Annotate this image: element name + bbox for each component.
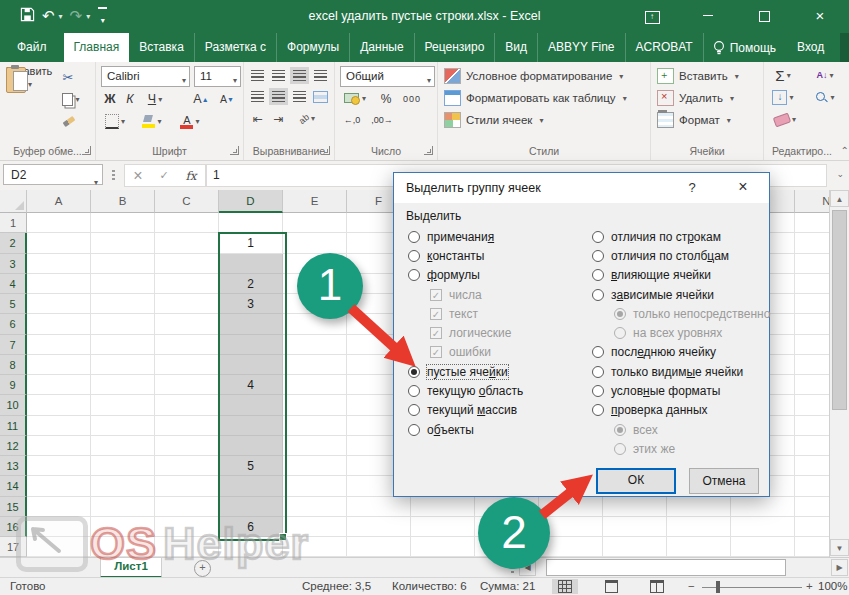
cell[interactable]: [795, 456, 829, 476]
cell[interactable]: [155, 456, 219, 476]
cell[interactable]: [91, 314, 155, 334]
cell[interactable]: [283, 335, 347, 355]
sort-filter-button[interactable]: А↓▾: [808, 67, 842, 84]
autosum-button[interactable]: Σ▾: [768, 67, 798, 84]
new-sheet-button[interactable]: +: [194, 560, 211, 577]
cell[interactable]: [27, 395, 91, 415]
cell[interactable]: [283, 233, 347, 253]
page-layout-view-button[interactable]: [598, 579, 624, 594]
dialog-close-button[interactable]: ×: [727, 173, 759, 203]
cell[interactable]: [795, 274, 829, 294]
cell[interactable]: [27, 416, 91, 436]
ribbon-tab-2[interactable]: Вставка: [129, 33, 195, 62]
cell[interactable]: [91, 213, 155, 233]
cell[interactable]: [411, 537, 475, 557]
cell[interactable]: [91, 335, 155, 355]
dialog-option[interactable]: текущую область: [408, 381, 586, 400]
wrap-text-button[interactable]: [311, 67, 330, 84]
scroll-up-button[interactable]: ▲: [830, 190, 849, 207]
dialog-option[interactable]: текущий массив: [408, 401, 586, 420]
scroll-right-button[interactable]: ▶: [831, 559, 848, 576]
cell[interactable]: [91, 456, 155, 476]
cell[interactable]: [27, 254, 91, 274]
dialog-option[interactable]: условные форматы: [592, 381, 764, 400]
cell[interactable]: [795, 537, 829, 557]
normal-view-button[interactable]: [552, 579, 578, 594]
cell[interactable]: [219, 254, 283, 274]
cell[interactable]: [91, 436, 155, 456]
sign-in-button[interactable]: Вход: [787, 33, 834, 62]
ribbon-tab-1[interactable]: Главная: [64, 33, 130, 62]
expand-formula-bar-icon[interactable]: ⌄: [836, 169, 844, 179]
name-box[interactable]: D2▾: [3, 164, 103, 185]
cell[interactable]: [155, 537, 219, 557]
dialog-option[interactable]: примечания: [408, 227, 586, 246]
cell[interactable]: [155, 416, 219, 436]
cell[interactable]: [155, 497, 219, 517]
sheet-tab-active[interactable]: Лист1: [100, 558, 162, 578]
cell[interactable]: [795, 375, 829, 395]
align-top-button[interactable]: [248, 67, 267, 84]
zoom-out-button[interactable]: −: [688, 580, 695, 592]
cell[interactable]: [219, 314, 283, 334]
align-left-button[interactable]: [248, 88, 267, 105]
cell[interactable]: [27, 213, 91, 233]
cell[interactable]: [27, 335, 91, 355]
cell[interactable]: [603, 537, 667, 557]
zoom-in-button[interactable]: +: [806, 580, 813, 592]
row-header-6[interactable]: 6: [0, 314, 27, 334]
cell[interactable]: [155, 254, 219, 274]
cell[interactable]: [219, 537, 283, 557]
cell[interactable]: [27, 517, 91, 537]
column-header-C[interactable]: C: [155, 190, 219, 213]
merge-center-button[interactable]: [311, 88, 330, 105]
row-header-11[interactable]: 11: [0, 416, 27, 436]
cell[interactable]: 3: [219, 294, 283, 314]
cell[interactable]: [283, 497, 347, 517]
cell[interactable]: [347, 517, 411, 537]
cell[interactable]: [283, 537, 347, 557]
font-size-select[interactable]: 11▾: [194, 66, 241, 87]
cell[interactable]: [219, 335, 283, 355]
row-header-10[interactable]: 10: [0, 395, 27, 415]
font-family-select[interactable]: Calibri▾: [101, 66, 190, 87]
dialog-option[interactable]: зависимые ячейки: [592, 285, 764, 304]
ok-button[interactable]: ОК: [596, 468, 676, 494]
format-as-table-button[interactable]: Форматировать как таблицу▾: [444, 88, 627, 108]
select-all-corner[interactable]: [0, 190, 27, 213]
underline-button[interactable]: Ч▾: [142, 90, 168, 108]
dialog-option[interactable]: отличия по столбцам: [592, 246, 764, 265]
decrease-decimal-button[interactable]: ,00→: [368, 111, 396, 128]
cell[interactable]: [795, 213, 829, 233]
row-header-4[interactable]: 4: [0, 274, 27, 294]
paste-button[interactable]: Вставить ▾: [3, 65, 55, 131]
cell[interactable]: [283, 395, 347, 415]
vertical-scrollbar[interactable]: ▲ ▼: [829, 190, 849, 557]
ribbon-tab-3[interactable]: Разметка с: [195, 33, 277, 62]
row-header-17[interactable]: 17: [0, 537, 27, 557]
cell[interactable]: [795, 355, 829, 375]
name-box-splitter[interactable]: [112, 170, 115, 182]
cell[interactable]: [219, 395, 283, 415]
dialog-option[interactable]: только видимые ячейки: [592, 362, 764, 381]
row-header-3[interactable]: 3: [0, 254, 27, 274]
ribbon-tab-8[interactable]: ABBYY Fine: [538, 33, 625, 62]
cell[interactable]: [795, 517, 829, 537]
cell[interactable]: [283, 436, 347, 456]
cell[interactable]: [795, 497, 829, 517]
cell[interactable]: [283, 375, 347, 395]
cell[interactable]: [795, 416, 829, 436]
cell[interactable]: 5: [219, 456, 283, 476]
page-break-view-button[interactable]: [644, 579, 670, 594]
shrink-font-button[interactable]: A▼: [216, 90, 238, 108]
column-header-B[interactable]: B: [91, 190, 155, 213]
zoom-slider-thumb[interactable]: [716, 581, 720, 593]
cell[interactable]: [795, 476, 829, 496]
ribbon-display-options-button[interactable]: ↑: [640, 5, 664, 27]
row-header-2[interactable]: 2: [0, 233, 27, 253]
dialog-option[interactable]: последнюю ячейку: [592, 343, 764, 362]
clear-button[interactable]: ▾: [768, 111, 802, 128]
cell[interactable]: [27, 436, 91, 456]
cell[interactable]: [27, 355, 91, 375]
collapse-ribbon-icon[interactable]: ⌃: [841, 145, 849, 156]
